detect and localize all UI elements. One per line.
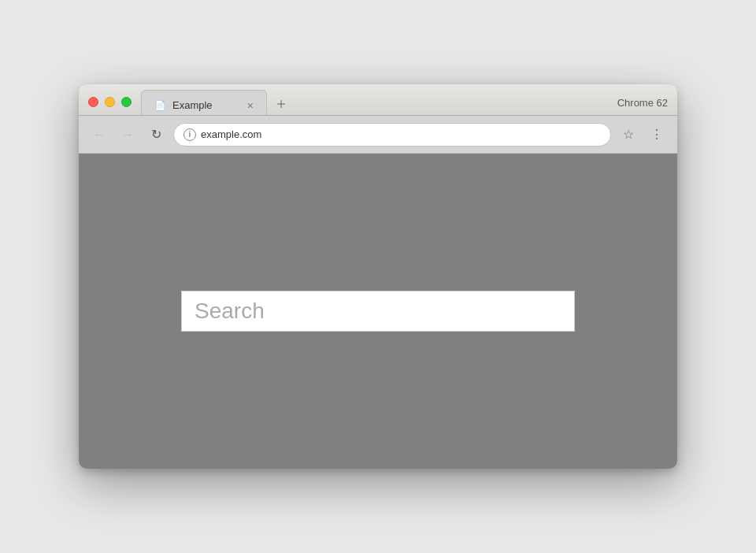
window-controls <box>88 97 132 115</box>
tab-page-icon: 📄 <box>154 100 166 111</box>
svg-rect-1 <box>277 104 285 105</box>
url-text: example.com <box>201 128 601 140</box>
new-tab-icon <box>276 99 286 109</box>
tab-close-icon[interactable]: × <box>247 100 254 111</box>
nav-bar: ← → ↻ i example.com ☆ ⋮ <box>79 116 677 154</box>
minimize-button[interactable] <box>105 97 115 107</box>
address-bar[interactable]: i example.com <box>173 123 611 147</box>
chrome-version-label: Chrome 62 <box>617 97 668 115</box>
tab-title: Example <box>172 99 241 111</box>
forward-button[interactable]: → <box>117 124 139 146</box>
browser-window: 📄 Example × Chrome 62 ← → ↻ i example.co… <box>79 84 677 469</box>
title-bar: 📄 Example × Chrome 62 <box>79 84 677 116</box>
info-icon: i <box>183 128 196 141</box>
new-tab-button[interactable] <box>270 95 292 113</box>
maximize-button[interactable] <box>121 97 132 107</box>
reload-button[interactable]: ↻ <box>145 124 167 146</box>
bookmark-button[interactable]: ☆ <box>617 124 639 146</box>
search-input[interactable] <box>181 291 575 332</box>
active-tab[interactable]: 📄 Example × <box>141 90 267 115</box>
page-content <box>79 154 677 469</box>
close-button[interactable] <box>88 97 98 107</box>
back-button[interactable]: ← <box>88 124 110 146</box>
tabs-area: 📄 Example × <box>141 90 617 115</box>
menu-button[interactable]: ⋮ <box>646 124 668 146</box>
